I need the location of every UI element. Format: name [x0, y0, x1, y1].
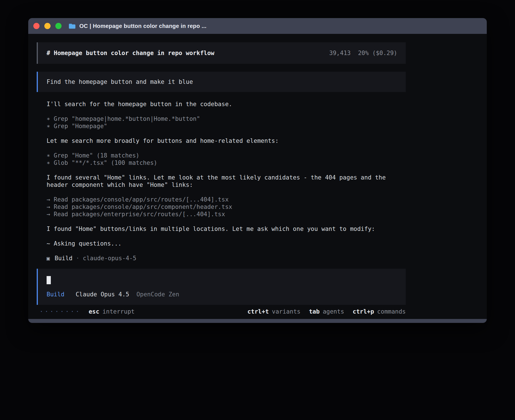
folder-icon	[68, 23, 76, 29]
session-header: # Homepage button color change in repo w…	[37, 42, 406, 64]
traffic-lights	[33, 23, 62, 29]
minimize-button[interactable]	[44, 23, 51, 29]
close-button[interactable]	[33, 23, 40, 29]
status-bar: ········ esc interrupt ctrl+t variants t…	[37, 308, 406, 315]
tool-call-group: ∗ Grep "Home" (18 matches) ∗ Glob "**/*.…	[47, 152, 406, 167]
spinner-dots: ········	[40, 308, 81, 315]
assistant-text: Let me search more broadly for buttons a…	[47, 137, 406, 145]
prompt-input[interactable]: Build Claude Opus 4.5 OpenCode Zen	[37, 269, 406, 305]
provider-name: OpenCode Zen	[136, 291, 179, 298]
window-titlebar: OC | Homepage button color change in rep…	[28, 18, 487, 34]
tool-call-group: ∗ Grep "homepage|home.*button|Home.*butt…	[47, 115, 406, 130]
hint-commands: ctrl+p commands	[353, 308, 406, 315]
token-count: 39,413	[329, 49, 351, 57]
mode-badge: Build	[47, 291, 64, 298]
agent-icon: ▣	[47, 255, 50, 262]
status-bar-left: ········ esc interrupt	[37, 308, 135, 315]
hint-variants-label: variants	[272, 308, 300, 315]
window-title: OC | Homepage button color change in rep…	[79, 23, 206, 29]
user-message: Find the homepage button and make it blu…	[37, 72, 406, 92]
hint-variants: ctrl+t variants	[247, 308, 300, 315]
tool-call-read: → Read packages/console/app/src/routes/[…	[47, 196, 406, 203]
separator-dot: ·	[76, 255, 80, 262]
text-cursor	[47, 276, 51, 284]
hint-interrupt: esc interrupt	[89, 308, 135, 315]
assistant-transcript: I'll search for the homepage button in t…	[37, 100, 406, 262]
tool-call-grep: ∗ Grep "Homepage"	[47, 123, 406, 130]
tool-call-grep: ∗ Grep "Home" (18 matches)	[47, 152, 406, 159]
model-name: Claude Opus 4.5	[76, 291, 129, 298]
hint-interrupt-label: interrupt	[102, 308, 135, 315]
tool-call-read: → Read packages/console/app/src/componen…	[47, 203, 406, 211]
input-line[interactable]	[47, 276, 397, 284]
input-status-line: Build Claude Opus 4.5 OpenCode Zen	[47, 291, 397, 298]
terminal-content: # Homepage button color change in repo w…	[28, 34, 487, 319]
assistant-text: I'll search for the homepage button in t…	[47, 100, 406, 108]
context-usage: 20% ($0.29)	[358, 49, 397, 57]
agent-status-line: ▣ Build · claude-opus-4-5	[47, 255, 406, 262]
tool-call-read: → Read packages/enterprise/src/routes/[.…	[47, 211, 406, 218]
assistant-text: I found "Home" buttons/links in multiple…	[47, 225, 406, 233]
key-esc: esc	[89, 308, 99, 315]
tool-call-glob: ∗ Glob "**/*.tsx" (100 matches)	[47, 159, 406, 167]
session-title: # Homepage button color change in repo w…	[47, 49, 214, 57]
user-message-text: Find the homepage button and make it blu…	[47, 78, 193, 85]
hint-agents-label: agents	[323, 308, 344, 315]
agent-model: claude-opus-4-5	[83, 255, 136, 262]
hint-agents: tab agents	[309, 308, 344, 315]
assistant-text: I found several "Home" links. Let me loo…	[47, 174, 406, 189]
hint-commands-label: commands	[377, 308, 406, 315]
status-bar-right: ctrl+t variants tab agents ctrl+p comman…	[247, 308, 406, 315]
tool-call-grep: ∗ Grep "homepage|home.*button|Home.*butt…	[47, 115, 406, 123]
status-text-asking: ~ Asking questions...	[47, 240, 406, 247]
key-ctrl-t: ctrl+t	[247, 308, 269, 315]
terminal-window: OC | Homepage button color change in rep…	[28, 18, 487, 323]
key-tab: tab	[309, 308, 320, 315]
key-ctrl-p: ctrl+p	[353, 308, 374, 315]
tool-call-group: → Read packages/console/app/src/routes/[…	[47, 196, 406, 218]
session-stats: 39,413 20% ($0.29)	[329, 49, 397, 57]
agent-name: Build	[54, 255, 72, 262]
zoom-button[interactable]	[55, 23, 62, 29]
